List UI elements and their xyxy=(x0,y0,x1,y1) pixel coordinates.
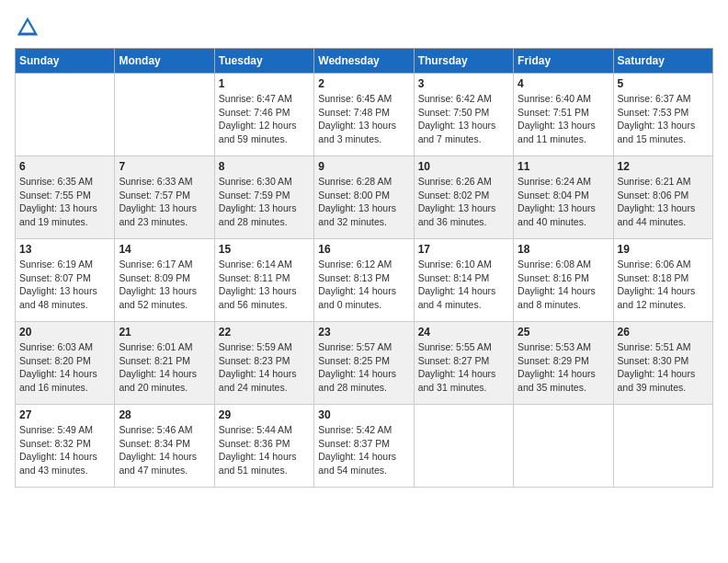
day-number: 21 xyxy=(119,326,210,339)
calendar-cell: 4Sunrise: 6:40 AM Sunset: 7:51 PM Daylig… xyxy=(514,74,613,156)
calendar-cell: 28Sunrise: 5:46 AM Sunset: 8:34 PM Dayli… xyxy=(115,405,214,488)
day-header-wednesday: Wednesday xyxy=(314,49,414,74)
day-number: 24 xyxy=(418,326,509,339)
day-header-tuesday: Tuesday xyxy=(214,49,313,74)
calendar-cell: 17Sunrise: 6:10 AM Sunset: 8:14 PM Dayli… xyxy=(414,239,513,322)
calendar-cell: 9Sunrise: 6:28 AM Sunset: 8:00 PM Daylig… xyxy=(314,156,414,239)
day-number: 14 xyxy=(119,243,210,256)
day-number: 13 xyxy=(19,243,110,256)
calendar-cell: 1Sunrise: 6:47 AM Sunset: 7:46 PM Daylig… xyxy=(214,74,313,156)
day-info: Sunrise: 5:53 AM Sunset: 8:29 PM Dayligh… xyxy=(518,340,609,395)
calendar-cell xyxy=(16,74,115,156)
calendar-cell: 21Sunrise: 6:01 AM Sunset: 8:21 PM Dayli… xyxy=(115,322,214,405)
calendar-cell: 14Sunrise: 6:17 AM Sunset: 8:09 PM Dayli… xyxy=(115,239,214,322)
calendar-cell: 13Sunrise: 6:19 AM Sunset: 8:07 PM Dayli… xyxy=(16,239,115,322)
day-info: Sunrise: 6:47 AM Sunset: 7:46 PM Dayligh… xyxy=(219,92,310,146)
day-number: 3 xyxy=(418,77,509,90)
day-number: 11 xyxy=(518,160,609,173)
day-info: Sunrise: 6:06 AM Sunset: 8:18 PM Dayligh… xyxy=(618,258,709,312)
day-number: 28 xyxy=(119,408,210,421)
day-number: 4 xyxy=(518,77,609,90)
calendar-cell: 2Sunrise: 6:45 AM Sunset: 7:48 PM Daylig… xyxy=(314,74,414,156)
calendar-week-row: 20Sunrise: 6:03 AM Sunset: 8:20 PM Dayli… xyxy=(16,322,713,405)
calendar-cell: 12Sunrise: 6:21 AM Sunset: 8:06 PM Dayli… xyxy=(613,156,712,239)
day-number: 10 xyxy=(418,160,509,173)
day-header-thursday: Thursday xyxy=(414,49,513,74)
day-info: Sunrise: 6:45 AM Sunset: 7:48 PM Dayligh… xyxy=(318,92,409,146)
day-info: Sunrise: 5:42 AM Sunset: 8:37 PM Dayligh… xyxy=(318,423,409,477)
calendar-cell xyxy=(613,405,712,488)
day-number: 8 xyxy=(219,160,310,173)
day-info: Sunrise: 6:26 AM Sunset: 8:02 PM Dayligh… xyxy=(418,175,509,229)
day-info: Sunrise: 5:55 AM Sunset: 8:27 PM Dayligh… xyxy=(418,340,509,395)
day-info: Sunrise: 6:30 AM Sunset: 7:59 PM Dayligh… xyxy=(219,175,310,229)
day-number: 26 xyxy=(618,326,709,339)
day-number: 23 xyxy=(318,326,409,339)
calendar-cell: 15Sunrise: 6:14 AM Sunset: 8:11 PM Dayli… xyxy=(214,239,313,322)
day-info: Sunrise: 5:57 AM Sunset: 8:25 PM Dayligh… xyxy=(318,340,409,395)
calendar-cell: 19Sunrise: 6:06 AM Sunset: 8:18 PM Dayli… xyxy=(613,239,712,322)
day-number: 25 xyxy=(518,326,609,339)
calendar-cell: 11Sunrise: 6:24 AM Sunset: 8:04 PM Dayli… xyxy=(514,156,613,239)
day-info: Sunrise: 5:49 AM Sunset: 8:32 PM Dayligh… xyxy=(19,423,110,477)
logo xyxy=(15,15,44,40)
calendar-cell: 23Sunrise: 5:57 AM Sunset: 8:25 PM Dayli… xyxy=(314,322,414,405)
day-header-saturday: Saturday xyxy=(613,49,712,74)
calendar-cell: 18Sunrise: 6:08 AM Sunset: 8:16 PM Dayli… xyxy=(514,239,613,322)
day-info: Sunrise: 5:44 AM Sunset: 8:36 PM Dayligh… xyxy=(219,423,310,477)
day-info: Sunrise: 6:12 AM Sunset: 8:13 PM Dayligh… xyxy=(318,258,409,312)
page-header xyxy=(15,15,713,40)
calendar-cell: 22Sunrise: 5:59 AM Sunset: 8:23 PM Dayli… xyxy=(214,322,313,405)
day-info: Sunrise: 6:10 AM Sunset: 8:14 PM Dayligh… xyxy=(418,258,509,312)
day-info: Sunrise: 6:14 AM Sunset: 8:11 PM Dayligh… xyxy=(219,258,310,312)
day-info: Sunrise: 6:17 AM Sunset: 8:09 PM Dayligh… xyxy=(119,258,210,312)
calendar-cell: 25Sunrise: 5:53 AM Sunset: 8:29 PM Dayli… xyxy=(514,322,613,405)
calendar-week-row: 1Sunrise: 6:47 AM Sunset: 7:46 PM Daylig… xyxy=(16,74,713,156)
calendar-cell xyxy=(414,405,513,488)
day-number: 16 xyxy=(318,243,409,256)
day-number: 18 xyxy=(518,243,609,256)
day-info: Sunrise: 6:40 AM Sunset: 7:51 PM Dayligh… xyxy=(518,92,609,146)
day-info: Sunrise: 6:01 AM Sunset: 8:21 PM Dayligh… xyxy=(119,340,210,395)
calendar-week-row: 27Sunrise: 5:49 AM Sunset: 8:32 PM Dayli… xyxy=(16,405,713,488)
logo-icon xyxy=(15,15,40,40)
day-number: 1 xyxy=(219,77,310,90)
calendar-cell: 20Sunrise: 6:03 AM Sunset: 8:20 PM Dayli… xyxy=(16,322,115,405)
day-info: Sunrise: 5:46 AM Sunset: 8:34 PM Dayligh… xyxy=(119,423,210,477)
calendar-header-row: SundayMondayTuesdayWednesdayThursdayFrid… xyxy=(16,49,713,74)
day-info: Sunrise: 5:59 AM Sunset: 8:23 PM Dayligh… xyxy=(219,340,310,395)
day-info: Sunrise: 6:24 AM Sunset: 8:04 PM Dayligh… xyxy=(518,175,609,229)
calendar-cell: 30Sunrise: 5:42 AM Sunset: 8:37 PM Dayli… xyxy=(314,405,414,488)
day-header-sunday: Sunday xyxy=(16,49,115,74)
day-info: Sunrise: 6:03 AM Sunset: 8:20 PM Dayligh… xyxy=(19,340,110,395)
day-number: 12 xyxy=(618,160,709,173)
calendar-cell: 16Sunrise: 6:12 AM Sunset: 8:13 PM Dayli… xyxy=(314,239,414,322)
calendar-week-row: 13Sunrise: 6:19 AM Sunset: 8:07 PM Dayli… xyxy=(16,239,713,322)
day-info: Sunrise: 6:28 AM Sunset: 8:00 PM Dayligh… xyxy=(318,175,409,229)
calendar-cell: 8Sunrise: 6:30 AM Sunset: 7:59 PM Daylig… xyxy=(214,156,313,239)
day-number: 6 xyxy=(19,160,110,173)
calendar-cell: 26Sunrise: 5:51 AM Sunset: 8:30 PM Dayli… xyxy=(613,322,712,405)
day-info: Sunrise: 6:35 AM Sunset: 7:55 PM Dayligh… xyxy=(19,175,110,229)
day-number: 20 xyxy=(19,326,110,339)
calendar-cell xyxy=(514,405,613,488)
day-number: 30 xyxy=(318,408,409,421)
day-info: Sunrise: 6:33 AM Sunset: 7:57 PM Dayligh… xyxy=(119,175,210,229)
day-header-monday: Monday xyxy=(115,49,214,74)
calendar-cell: 24Sunrise: 5:55 AM Sunset: 8:27 PM Dayli… xyxy=(414,322,513,405)
day-number: 2 xyxy=(318,77,409,90)
day-info: Sunrise: 5:51 AM Sunset: 8:30 PM Dayligh… xyxy=(618,340,709,395)
calendar-cell: 5Sunrise: 6:37 AM Sunset: 7:53 PM Daylig… xyxy=(613,74,712,156)
day-number: 7 xyxy=(119,160,210,173)
day-number: 27 xyxy=(19,408,110,421)
day-info: Sunrise: 6:37 AM Sunset: 7:53 PM Dayligh… xyxy=(618,92,709,146)
day-number: 29 xyxy=(219,408,310,421)
day-number: 22 xyxy=(219,326,310,339)
day-info: Sunrise: 6:08 AM Sunset: 8:16 PM Dayligh… xyxy=(518,258,609,312)
calendar-cell xyxy=(115,74,214,156)
day-number: 9 xyxy=(318,160,409,173)
calendar-week-row: 6Sunrise: 6:35 AM Sunset: 7:55 PM Daylig… xyxy=(16,156,713,239)
day-number: 17 xyxy=(418,243,509,256)
calendar-cell: 10Sunrise: 6:26 AM Sunset: 8:02 PM Dayli… xyxy=(414,156,513,239)
day-info: Sunrise: 6:21 AM Sunset: 8:06 PM Dayligh… xyxy=(618,175,709,229)
